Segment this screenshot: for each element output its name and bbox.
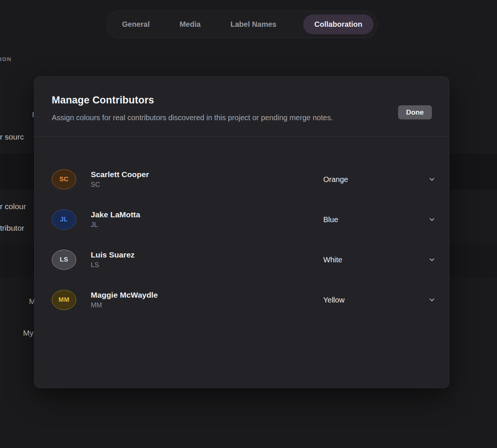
colour-dropdown-value: Orange	[323, 175, 348, 184]
divider	[35, 137, 449, 137]
chevron-down-icon	[428, 296, 436, 304]
contributor-name: Scarlett Cooper	[91, 170, 149, 179]
contributor-identity: Maggie McWaydle MM	[91, 291, 158, 309]
contributor-row: LS Luis Suarez LS White	[35, 240, 449, 280]
contributor-list: SC Scarlett Cooper SC Orange JL Jake LaM…	[35, 159, 449, 320]
dialog-header: Manage Contributors Assign colours for r…	[35, 77, 449, 137]
contributor-identity: Jake LaMotta JL	[91, 210, 140, 229]
tab-media[interactable]: Media	[177, 15, 204, 34]
avatar: SC	[52, 169, 76, 189]
contributor-initials-label: JL	[91, 221, 140, 229]
contributor-identity: Luis Suarez LS	[91, 250, 135, 269]
avatar: JL	[52, 209, 76, 230]
done-button[interactable]: Done	[398, 105, 432, 119]
colour-dropdown[interactable]: White	[323, 240, 436, 280]
tab-general[interactable]: General	[119, 15, 153, 34]
chevron-down-icon	[428, 216, 436, 223]
tab-label-names[interactable]: Label Names	[228, 15, 279, 34]
background-text-fragment: r sourc	[0, 132, 24, 141]
colour-dropdown[interactable]: Blue	[323, 199, 436, 240]
background-text-fragment: r colour	[0, 202, 26, 211]
dialog-title: Manage Contributors	[52, 95, 432, 106]
manage-contributors-dialog: Manage Contributors Assign colours for r…	[34, 76, 449, 388]
colour-dropdown-value: Blue	[323, 215, 338, 224]
contributor-name: Maggie McWaydle	[91, 291, 158, 300]
contributor-name: Jake LaMotta	[91, 210, 140, 219]
contributor-initials-label: LS	[91, 261, 135, 269]
background-text-fragment: tributor	[0, 224, 24, 233]
contributor-initials-label: MM	[91, 301, 158, 309]
chevron-down-icon	[428, 176, 436, 183]
settings-tab-bar: General Media Label Names Collaboration	[106, 10, 378, 38]
contributor-row: SC Scarlett Cooper SC Orange	[35, 159, 449, 199]
colour-dropdown-value: White	[323, 256, 342, 264]
contributor-row: JL Jake LaMotta JL Blue	[35, 199, 449, 240]
contributor-initials-label: SC	[91, 181, 149, 189]
contributor-row: MM Maggie McWaydle MM Yellow	[35, 280, 449, 320]
background-text-fragment: My	[23, 329, 33, 337]
contributor-identity: Scarlett Cooper SC	[91, 170, 149, 189]
chevron-down-icon	[428, 256, 436, 263]
contributor-name: Luis Suarez	[91, 250, 135, 259]
colour-dropdown[interactable]: Orange	[323, 159, 436, 199]
avatar: LS	[52, 250, 76, 270]
colour-dropdown[interactable]: Yellow	[323, 280, 436, 320]
avatar: MM	[52, 290, 76, 310]
colour-dropdown-value: Yellow	[323, 296, 344, 304]
dialog-subtitle: Assign colours for real contributors dis…	[52, 112, 364, 123]
background-section-label: ION	[0, 56, 12, 62]
background-text-fragment: I	[32, 110, 34, 119]
tab-collaboration[interactable]: Collaboration	[303, 15, 373, 34]
